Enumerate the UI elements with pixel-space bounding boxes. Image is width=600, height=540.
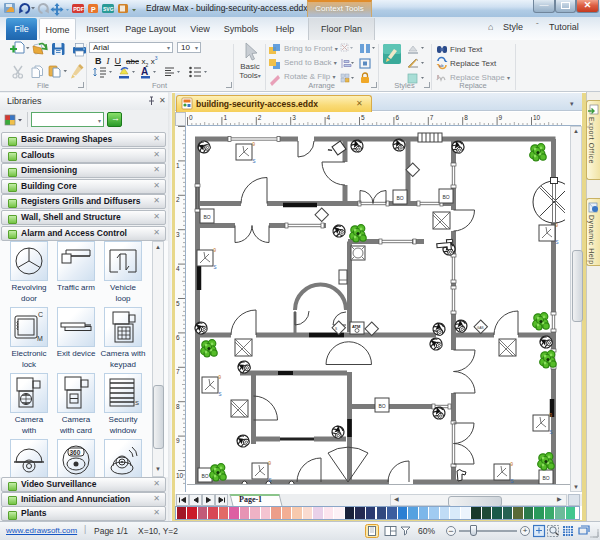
- svg-text:1: 1: [176, 162, 180, 169]
- svg-text:5: 5: [176, 300, 180, 307]
- svg-text:BO: BO: [397, 195, 404, 201]
- svg-text:BO: BO: [543, 475, 550, 481]
- svg-text:8: 8: [176, 403, 180, 410]
- svg-text:BO: BO: [443, 194, 450, 200]
- svg-text:PDF: PDF: [73, 6, 85, 12]
- svg-text:2: 2: [258, 114, 262, 121]
- svg-text:S: S: [335, 327, 337, 331]
- svg-text:ab: ab: [439, 63, 444, 68]
- svg-text:360: 360: [70, 449, 81, 456]
- svg-text:9: 9: [214, 248, 217, 253]
- svg-text:BO: BO: [204, 214, 211, 220]
- svg-text:3: 3: [176, 231, 180, 238]
- svg-text:7: 7: [176, 368, 180, 375]
- svg-text:9: 9: [499, 114, 503, 121]
- svg-text:10: 10: [176, 472, 184, 479]
- svg-text:2: 2: [176, 196, 180, 203]
- svg-text:1: 1: [223, 114, 227, 121]
- svg-text:6: 6: [176, 334, 180, 341]
- svg-text:GAS: GAS: [477, 326, 484, 330]
- svg-text:0: 0: [189, 114, 193, 121]
- svg-text:10: 10: [533, 114, 541, 121]
- svg-text:C: C: [38, 311, 43, 318]
- svg-text:9: 9: [511, 462, 514, 467]
- svg-text:9: 9: [176, 437, 180, 444]
- svg-text:9: 9: [253, 142, 256, 147]
- svg-text:S: S: [219, 392, 222, 397]
- svg-text:BO: BO: [379, 403, 386, 409]
- svg-text:S: S: [253, 159, 256, 164]
- svg-text:ATM: ATM: [352, 324, 361, 329]
- svg-text:S: S: [269, 478, 272, 483]
- svg-text:7: 7: [430, 114, 434, 121]
- svg-text:9: 9: [269, 461, 272, 466]
- svg-text:S: S: [135, 400, 139, 406]
- svg-text:4: 4: [327, 114, 331, 121]
- svg-text:SVG: SVG: [103, 6, 114, 12]
- svg-text:M: M: [37, 335, 43, 342]
- svg-text:9: 9: [219, 375, 222, 380]
- svg-text:6: 6: [395, 114, 399, 121]
- svg-text:A: A: [141, 66, 148, 77]
- svg-text:4: 4: [176, 265, 180, 272]
- svg-text:S: S: [550, 430, 553, 435]
- svg-text:S: S: [556, 240, 559, 245]
- svg-text:3: 3: [292, 114, 296, 121]
- svg-text:8: 8: [464, 114, 468, 121]
- svg-text:5: 5: [361, 114, 365, 121]
- svg-text:S: S: [214, 265, 217, 270]
- svg-text:P: P: [91, 6, 96, 13]
- svg-text:BO: BO: [202, 473, 209, 479]
